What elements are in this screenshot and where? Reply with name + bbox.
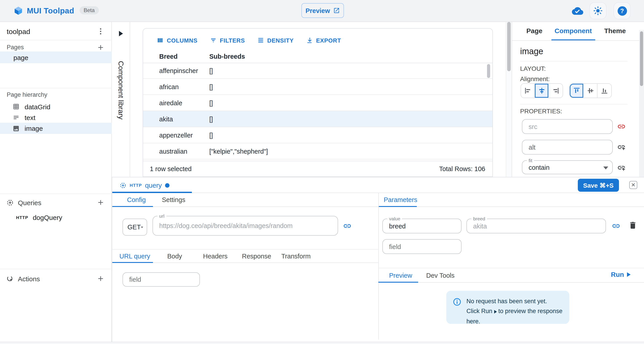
param-value-input[interactable]: value breed: [382, 219, 462, 233]
tab-transform[interactable]: Transform: [281, 253, 310, 260]
query-tab[interactable]: HTTP query: [120, 177, 169, 193]
tab-body[interactable]: Body: [167, 253, 182, 260]
url-input[interactable]: url https://dog.ceo/api/breed/akita/imag…: [152, 216, 338, 236]
hierarchy-item-text[interactable]: text: [12, 112, 35, 123]
grid-icon: [12, 103, 20, 110]
tab-settings[interactable]: Settings: [162, 196, 185, 203]
align-horizontal-left-button[interactable]: [521, 84, 535, 98]
canvas-scrollbar[interactable]: [506, 22, 512, 177]
table-row[interactable]: appenzeller []: [143, 127, 492, 143]
inspector-scrollbar[interactable]: [639, 30, 644, 177]
cell-subbreeds: []: [209, 99, 213, 106]
fit-label: fit: [527, 158, 534, 164]
export-button[interactable]: EXPORT: [306, 37, 341, 44]
new-param-input[interactable]: field: [382, 239, 462, 254]
open-in-new-icon: [333, 7, 340, 14]
preview-button[interactable]: Preview: [302, 3, 344, 18]
queries-section-header: Queries: [6, 197, 41, 208]
tab-component[interactable]: Component: [554, 27, 592, 35]
tab-dev-tools[interactable]: Dev Tools: [426, 272, 454, 279]
help-button[interactable]: ?: [614, 2, 630, 19]
align-vertical-top-button[interactable]: [570, 84, 584, 98]
tab-response[interactable]: Response: [242, 253, 271, 260]
delete-param-icon[interactable]: [628, 221, 637, 230]
run-button[interactable]: Run: [611, 271, 630, 278]
add-query-button[interactable]: [96, 198, 105, 207]
alt-add-binding-icon[interactable]: [617, 143, 626, 151]
param-name-input[interactable]: breed akita: [466, 219, 606, 233]
tab-url-query[interactable]: URL query: [120, 253, 150, 260]
cell-breed: affenpinscher: [159, 67, 198, 74]
alert-line2: Click Run to preview the response here.: [466, 307, 563, 326]
table-row[interactable]: african []: [143, 79, 492, 95]
sidebar-item-page[interactable]: page: [0, 52, 112, 63]
cell-breed: australian: [159, 147, 188, 155]
table-row-selected[interactable]: akita []: [143, 111, 492, 127]
align-horizontal-right-icon: [552, 87, 560, 94]
fit-select[interactable]: fit contain: [522, 160, 613, 174]
chevron-down-icon: [603, 166, 608, 170]
hierarchy-item-image[interactable]: image: [0, 123, 112, 134]
param-binding-link-icon[interactable]: [612, 222, 620, 230]
url-query-field-input[interactable]: field: [122, 272, 200, 287]
method-select[interactable]: GET: [122, 219, 147, 236]
expand-arrow-icon: [119, 31, 123, 36]
column-header-breed[interactable]: Breed: [159, 53, 178, 60]
align-vertical-bottom-button[interactable]: [598, 84, 611, 98]
vertical-align-group: [569, 83, 612, 98]
hierarchy-item-label: text: [24, 114, 35, 121]
page-item-label: page: [14, 54, 28, 61]
add-page-button[interactable]: [96, 43, 105, 52]
active-tab-indicator: [112, 206, 153, 207]
bottom-edge: [0, 342, 644, 344]
datagrid-footer: 1 row selected Total Rows: 106: [143, 161, 492, 177]
hierarchy-item-datagrid[interactable]: dataGrid: [12, 101, 50, 112]
help-icon: ?: [618, 6, 627, 16]
tab-page[interactable]: Page: [526, 27, 542, 35]
canvas-scrollbar-thumb[interactable]: [507, 22, 511, 71]
theme-toggle-button[interactable]: [590, 2, 606, 19]
align-horizontal-right-button[interactable]: [549, 84, 562, 98]
align-vertical-center-icon: [586, 87, 594, 94]
inspector-scrollbar-thumb[interactable]: [640, 31, 643, 86]
queries-icon: [6, 199, 14, 206]
tab-theme[interactable]: Theme: [604, 27, 626, 35]
mui-toolpad-app: MUI Toolpad Beta Preview ? toolpad Pages…: [0, 0, 644, 344]
alt-input[interactable]: alt: [522, 140, 613, 154]
filters-button[interactable]: FILTERS: [210, 37, 245, 44]
add-action-button[interactable]: [96, 274, 105, 283]
query-tab-label: query: [145, 182, 162, 189]
table-row[interactable]: airedale []: [143, 95, 492, 111]
align-vertical-center-button[interactable]: [584, 84, 598, 98]
query-tab-strip: HTTP query Save ⌘+S ✕: [112, 177, 644, 193]
query-item-dogquery[interactable]: HTTP dogQuery: [16, 211, 62, 223]
cell-subbreeds: []: [209, 115, 213, 122]
cell-breed: african: [159, 83, 179, 90]
tab-headers[interactable]: Headers: [203, 253, 228, 260]
table-row[interactable]: affenpinscher []: [143, 63, 492, 79]
actions-section-header: Actions: [6, 273, 40, 284]
column-header-subbreeds[interactable]: Sub-breeds: [209, 53, 245, 60]
datagrid-component[interactable]: COLUMNS FILTERS DENSITY EXPORT Breed Sub…: [143, 28, 493, 177]
save-button[interactable]: Save ⌘+S: [578, 179, 619, 192]
align-horizontal-center-button[interactable]: [535, 84, 549, 98]
table-row[interactable]: australian ["kelpie","shepherd"]: [143, 143, 492, 159]
close-icon[interactable]: ✕: [629, 181, 637, 189]
divider: [0, 40, 112, 40]
url-field-label: url: [158, 213, 166, 219]
density-icon: [257, 37, 264, 44]
columns-button[interactable]: COLUMNS: [156, 37, 198, 44]
src-binding-link-icon[interactable]: [617, 122, 626, 131]
datagrid-scrollbar-thumb[interactable]: [487, 64, 490, 78]
tab-parameters[interactable]: Parameters: [384, 196, 417, 203]
density-button[interactable]: DENSITY: [257, 37, 294, 44]
url-binding-link-icon[interactable]: [343, 222, 352, 230]
divider: [520, 61, 628, 61]
fit-value: contain: [528, 164, 550, 171]
src-input[interactable]: src: [522, 119, 613, 134]
param-value: breed: [389, 222, 406, 230]
tab-config[interactable]: Config: [127, 196, 146, 203]
tab-preview[interactable]: Preview: [389, 272, 412, 279]
fit-add-binding-icon[interactable]: [617, 163, 626, 172]
project-menu-button[interactable]: [96, 27, 105, 36]
